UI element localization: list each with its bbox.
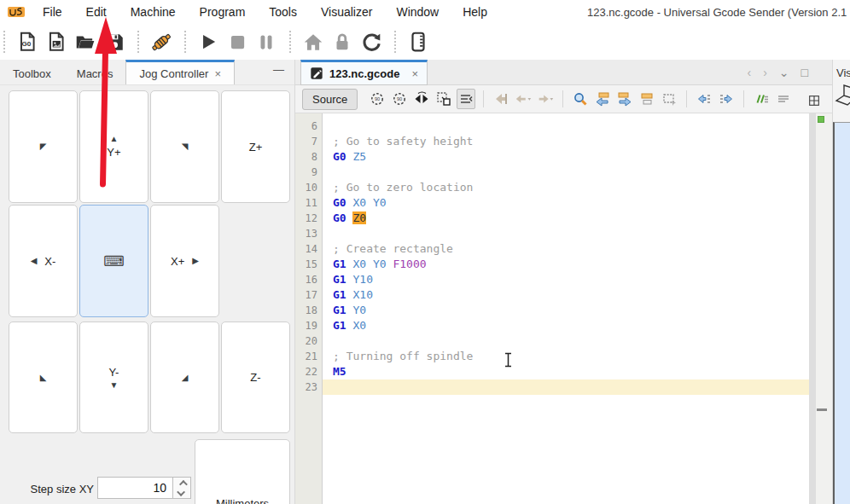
menu-program[interactable]: Program (188, 0, 258, 24)
toggle-line-tools-button[interactable] (457, 89, 475, 109)
scroll-tabs-left-icon[interactable]: ‹ (747, 66, 751, 79)
move-to-zero-button[interactable] (434, 89, 453, 109)
tab-macros[interactable]: Macros (64, 60, 126, 84)
close-editor-tab-icon[interactable]: × (411, 67, 418, 80)
stop-button[interactable] (224, 28, 250, 55)
pendant-button[interactable] (405, 28, 431, 55)
jog-xminus-yplus-button[interactable]: ◤ (9, 90, 78, 203)
lock-button[interactable] (329, 28, 355, 55)
connect-button[interactable] (148, 28, 174, 55)
home-button[interactable] (300, 28, 326, 55)
stepper-up-icon[interactable] (173, 478, 190, 488)
step-size-input[interactable] (97, 477, 173, 499)
minimize-panel-icon[interactable]: — (273, 63, 284, 76)
title-bar: File Edit Machine Program Tools Visualiz… (0, 0, 850, 24)
menu-visualizer[interactable]: Visualizer (309, 0, 384, 24)
jog-keyboard-focus-button[interactable]: ⌨ (79, 205, 148, 317)
code-line: 15G1 X0 Y0 F1000 (295, 257, 809, 272)
error-stripe[interactable] (816, 113, 832, 504)
open-folder-button[interactable] (73, 28, 98, 55)
comment-button[interactable] (752, 89, 771, 109)
maximize-editor-icon[interactable]: □ (801, 66, 808, 79)
mirror-button[interactable] (412, 89, 431, 109)
gcode-file-icon: G0 (16, 31, 38, 53)
jog-yplus-label: Y+ (107, 146, 120, 159)
jog-yminus-label: Y- (109, 366, 119, 379)
visualizer-panel[interactable]: Vis (833, 60, 850, 504)
code-line: 9 (295, 165, 809, 180)
jog-xplus-button[interactable]: X+ ▶ (150, 205, 219, 317)
code-line: 13 (295, 226, 809, 241)
soft-reset-button[interactable] (358, 28, 384, 55)
editor-sidebar-toggle-button[interactable] (805, 90, 824, 111)
code-line: 8G0 Z5 (295, 149, 809, 165)
lock-icon (331, 31, 353, 53)
menu-help[interactable]: Help (451, 0, 499, 24)
next-occurrence-button[interactable] (615, 89, 634, 109)
jog-controller-panel: Toolbox Macros Jog Controller × — ◤ ▲ Y+… (0, 60, 294, 504)
step-size-stepper[interactable] (173, 477, 191, 499)
find-button[interactable] (571, 89, 590, 109)
units-millimeters-button[interactable]: Millimeters (195, 439, 290, 504)
svg-text:90: 90 (397, 96, 402, 101)
rectangular-selection-button[interactable] (660, 89, 678, 109)
save-button[interactable] (102, 28, 127, 55)
jog-xminus-yminus-button[interactable]: ◣ (9, 322, 78, 433)
rotate-ccw-90-button[interactable]: 90 (390, 89, 409, 109)
tab-toolbox[interactable]: Toolbox (0, 60, 64, 84)
shift-left-icon (696, 91, 712, 107)
jog-xplus-yminus-button[interactable]: ◢ (150, 322, 219, 433)
jog-up-left-icon: ◤ (40, 142, 47, 151)
grid-icon (807, 94, 821, 107)
menu-machine[interactable]: Machine (119, 0, 188, 24)
tab-jog-controller[interactable]: Jog Controller × (125, 60, 235, 84)
editor-panel: 123.nc.gcode × ‹ › ⌄ □ Source 90 (295, 60, 832, 504)
code-line: 16G1 Y10 (295, 272, 809, 287)
play-icon (197, 31, 219, 53)
menu-file[interactable]: File (31, 0, 74, 24)
back-button[interactable] (514, 89, 533, 109)
menu-tools[interactable]: Tools (257, 0, 309, 24)
source-view-button[interactable]: Source (302, 89, 358, 110)
shift-left-button[interactable] (695, 89, 713, 109)
last-edit-location-button[interactable] (492, 89, 510, 109)
editor-scrollbar[interactable] (809, 113, 816, 504)
new-gcode-file-button[interactable]: G0 (15, 28, 40, 55)
toolbar-grip (137, 31, 142, 53)
menu-edit[interactable]: Edit (74, 0, 119, 24)
tab-gcode-file[interactable]: 123.nc.gcode × (300, 60, 428, 85)
jog-xminus-button[interactable]: ◀ X- (9, 205, 78, 317)
jog-yminus-button[interactable]: Y- ▼ (79, 322, 148, 433)
uncomment-button[interactable] (774, 89, 793, 109)
previous-occurrence-button[interactable] (593, 89, 612, 109)
workspace: Toolbox Macros Jog Controller × — ◤ ▲ Y+… (0, 60, 850, 504)
reset-icon (360, 31, 382, 53)
toolbar-separator (743, 90, 744, 107)
menu-window[interactable]: Window (384, 0, 451, 24)
scroll-tabs-right-icon[interactable]: › (763, 66, 767, 79)
shift-right-button[interactable] (717, 89, 736, 109)
jog-zplus-button[interactable]: Z+ (221, 90, 290, 203)
play-button[interactable] (195, 28, 221, 55)
code-line: 6 (295, 119, 809, 134)
jog-down-right-icon: ◢ (182, 374, 189, 382)
pause-button[interactable] (253, 28, 279, 55)
forward-icon (536, 91, 555, 107)
jog-xplus-yplus-button[interactable]: ◥ (150, 90, 219, 203)
toggle-highlight-button[interactable] (638, 89, 656, 109)
forward-button[interactable] (536, 89, 555, 109)
jog-zplus-label: Z+ (249, 141, 263, 154)
save-icon (103, 31, 125, 53)
code-line: 17G1 X10 (295, 287, 809, 303)
code-editor[interactable]: 67; Go to safety height8G0 Z5910; Go to … (295, 113, 832, 504)
visualizer-canvas[interactable] (833, 122, 850, 504)
back-icon (514, 91, 533, 107)
close-tab-icon[interactable]: × (214, 67, 221, 80)
tab-list-dropdown-icon[interactable]: ⌄ (779, 66, 789, 79)
rotate-cw-90-button[interactable]: 90 (368, 89, 387, 109)
stepper-down-icon[interactable] (173, 488, 190, 498)
image-file-button[interactable] (44, 28, 69, 55)
jog-zminus-button[interactable]: Z- (221, 322, 290, 433)
jog-yplus-button[interactable]: ▲ Y+ (79, 90, 148, 203)
uncomment-icon (776, 91, 791, 107)
